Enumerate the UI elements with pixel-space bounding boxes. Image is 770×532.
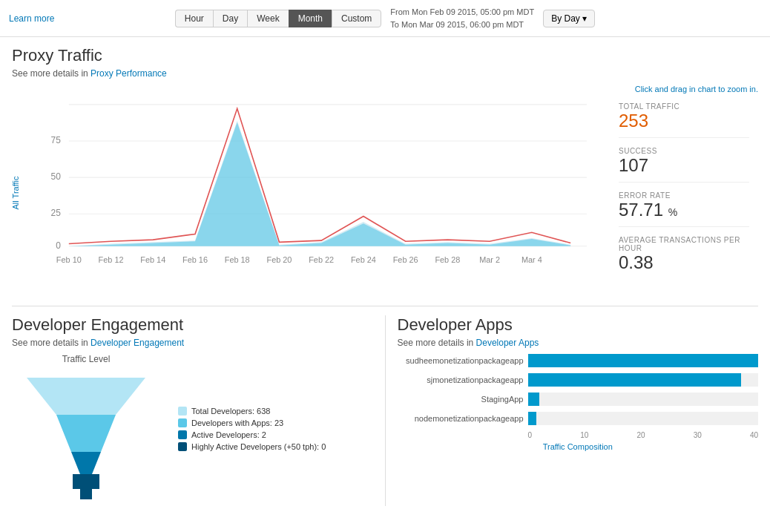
svg-text:Feb 24: Feb 24 bbox=[351, 255, 376, 264]
error-rate-unit: % bbox=[668, 206, 677, 218]
date-range: From Mon Feb 09 2015, 05:00 pm MDT To Mo… bbox=[390, 6, 534, 30]
avg-trans-stat: AVERAGE TRANSACTIONS PER HOUR 0.38 bbox=[619, 236, 749, 279]
legend-label-total: Total Developers: 638 bbox=[191, 407, 270, 416]
svg-text:Feb 26: Feb 26 bbox=[393, 255, 418, 264]
svg-marker-24 bbox=[56, 415, 116, 452]
svg-text:Feb 14: Feb 14 bbox=[140, 255, 165, 264]
bar-label-4: nodemonetizationpackageapp bbox=[398, 414, 524, 423]
bar-label-2: sjmonetizationpackageapp bbox=[398, 375, 524, 384]
proxy-performance-link[interactable]: Proxy Performance bbox=[91, 68, 167, 79]
bar-chart: sudheemonetizationpackageapp sjmonetizat… bbox=[398, 354, 759, 451]
funnel-container: Traffic Level bbox=[12, 354, 160, 506]
proxy-traffic-subtitle: See more details in Proxy Performance bbox=[12, 68, 758, 79]
legend-label-active: Active Developers: 2 bbox=[191, 430, 266, 439]
bar-track-4 bbox=[528, 412, 759, 425]
bar-fill-4 bbox=[528, 412, 537, 425]
legend-label-highly-active: Highly Active Developers (+50 tph): 0 bbox=[191, 442, 326, 451]
legend-color-total bbox=[178, 407, 187, 416]
legend-color-active bbox=[178, 430, 187, 439]
top-bar: Learn more Hour Day Week Month Custom Fr… bbox=[0, 0, 770, 37]
success-stat: SUCCESS 107 bbox=[619, 147, 749, 183]
hour-button[interactable]: Hour bbox=[175, 10, 213, 27]
chart-and-stats: All Traffic 0 25 50 75 bbox=[12, 96, 758, 294]
x-label-0: 0 bbox=[528, 431, 533, 439]
svg-rect-26 bbox=[73, 474, 99, 489]
svg-text:Feb 22: Feb 22 bbox=[309, 255, 334, 264]
month-button[interactable]: Month bbox=[289, 10, 332, 27]
date-from: From Mon Feb 09 2015, 05:00 pm MDT bbox=[390, 6, 534, 19]
svg-text:Mar 2: Mar 2 bbox=[479, 255, 500, 264]
svg-text:Feb 20: Feb 20 bbox=[267, 255, 292, 264]
bar-row-4: nodemonetizationpackageapp bbox=[398, 412, 759, 425]
chart-area: All Traffic 0 25 50 75 bbox=[12, 96, 598, 289]
bar-fill-2 bbox=[528, 373, 741, 387]
svg-text:Mar 4: Mar 4 bbox=[521, 255, 542, 264]
bar-track-1 bbox=[528, 354, 759, 367]
bar-row-3: StagingApp bbox=[398, 393, 759, 406]
bottom-sections: Developer Engagement See more details in… bbox=[12, 306, 758, 506]
avg-trans-label: AVERAGE TRANSACTIONS PER HOUR bbox=[619, 236, 749, 252]
proxy-traffic-section: Proxy Traffic See more details in Proxy … bbox=[12, 46, 758, 294]
svg-text:0: 0 bbox=[56, 240, 61, 251]
day-button[interactable]: Day bbox=[213, 10, 247, 27]
funnel-legend: Total Developers: 638 Developers with Ap… bbox=[178, 407, 326, 454]
legend-item-active: Active Developers: 2 bbox=[178, 430, 326, 439]
by-day-button[interactable]: By Day ▾ bbox=[543, 10, 595, 27]
bar-fill-1 bbox=[528, 354, 759, 367]
date-to: To Mon Mar 09 2015, 06:00 pm MDT bbox=[390, 19, 534, 31]
svg-text:Feb 18: Feb 18 bbox=[225, 255, 250, 264]
bar-label-1: sudheemonetizationpackageapp bbox=[398, 356, 524, 365]
svg-text:50: 50 bbox=[51, 171, 62, 182]
funnel-svg bbox=[19, 370, 153, 504]
svg-text:Feb 10: Feb 10 bbox=[56, 255, 82, 264]
legend-color-with-apps bbox=[178, 418, 187, 427]
legend-color-highly-active bbox=[178, 442, 187, 451]
funnel-title: Traffic Level bbox=[12, 354, 160, 364]
total-traffic-value: 253 bbox=[619, 111, 749, 131]
svg-text:25: 25 bbox=[51, 208, 62, 218]
bar-label-3: StagingApp bbox=[398, 395, 524, 404]
bar-axis-title: Traffic Composition bbox=[398, 442, 759, 451]
error-rate-value: 57.71 % bbox=[619, 200, 749, 220]
error-rate-stat: ERROR RATE 57.71 % bbox=[619, 191, 749, 227]
svg-marker-25 bbox=[71, 452, 101, 474]
svg-text:Feb 16: Feb 16 bbox=[182, 255, 208, 264]
bar-fill-3 bbox=[528, 393, 540, 406]
legend-label-with-apps: Developers with Apps: 23 bbox=[191, 418, 283, 427]
time-range-buttons: Hour Day Week Month Custom bbox=[175, 10, 382, 27]
svg-marker-23 bbox=[27, 378, 145, 415]
svg-text:Feb 12: Feb 12 bbox=[99, 255, 124, 264]
dev-apps-link[interactable]: Developer Apps bbox=[476, 338, 539, 348]
y-axis-label: All Traffic bbox=[11, 176, 20, 209]
dev-engagement-subtitle: See more details in Developer Engagement bbox=[12, 338, 373, 348]
learn-more-link[interactable]: Learn more bbox=[9, 13, 54, 24]
dev-apps-title: Developer Apps bbox=[398, 315, 759, 335]
bar-track-2 bbox=[528, 373, 759, 387]
legend-item-highly-active: Highly Active Developers (+50 tph): 0 bbox=[178, 442, 326, 451]
legend-item-total: Total Developers: 638 bbox=[178, 407, 326, 416]
stats-panel: TOTAL TRAFFIC 253 SUCCESS 107 ERROR RATE… bbox=[610, 96, 758, 294]
svg-text:75: 75 bbox=[51, 135, 62, 145]
custom-button[interactable]: Custom bbox=[332, 10, 381, 27]
bar-row-1: sudheemonetizationpackageapp bbox=[398, 354, 759, 367]
total-traffic-label: TOTAL TRAFFIC bbox=[619, 102, 749, 111]
bar-track-3 bbox=[528, 393, 759, 406]
dev-apps-subtitle: See more details in Developer Apps bbox=[398, 338, 759, 348]
week-button[interactable]: Week bbox=[247, 10, 288, 27]
main-content: Proxy Traffic See more details in Proxy … bbox=[0, 37, 770, 515]
error-rate-label: ERROR RATE bbox=[619, 191, 749, 200]
funnel-section: Traffic Level bbox=[12, 354, 373, 506]
svg-rect-27 bbox=[80, 489, 92, 499]
proxy-traffic-title: Proxy Traffic bbox=[12, 46, 758, 65]
svg-text:Feb 28: Feb 28 bbox=[435, 255, 460, 264]
chart-svg: 0 25 50 75 Feb 10 Feb 12 Feb 14 bbox=[27, 96, 613, 275]
developer-engagement-section: Developer Engagement See more details in… bbox=[12, 315, 386, 506]
bar-x-axis: 0 10 20 30 40 bbox=[528, 431, 759, 439]
avg-trans-value: 0.38 bbox=[619, 252, 749, 273]
dev-engagement-title: Developer Engagement bbox=[12, 315, 373, 335]
legend-item-with-apps: Developers with Apps: 23 bbox=[178, 418, 326, 427]
x-label-10: 10 bbox=[580, 431, 588, 439]
zoom-hint: Click and drag in chart to zoom in. bbox=[12, 85, 758, 93]
dev-engagement-link[interactable]: Developer Engagement bbox=[91, 338, 184, 348]
bar-row-2: sjmonetizationpackageapp bbox=[398, 373, 759, 387]
